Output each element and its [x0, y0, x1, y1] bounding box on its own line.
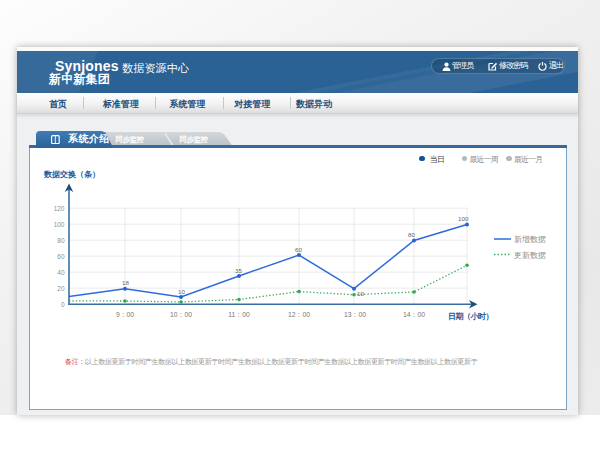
- svg-text:10：00: 10：00: [170, 311, 192, 318]
- svg-text:11：00: 11：00: [228, 311, 250, 318]
- svg-text:100: 100: [54, 221, 65, 228]
- svg-text:13：00: 13：00: [344, 311, 366, 318]
- svg-text:数据交换（条）: 数据交换（条）: [43, 170, 100, 179]
- svg-text:0: 0: [61, 301, 65, 308]
- svg-text:20: 20: [57, 285, 65, 292]
- svg-text:12：00: 12：00: [288, 311, 310, 318]
- svg-text:新增数据: 新增数据: [514, 235, 546, 244]
- svg-text:18: 18: [122, 279, 129, 286]
- svg-text:100: 100: [458, 215, 469, 222]
- svg-text:9：00: 9：00: [116, 311, 134, 318]
- svg-text:120: 120: [54, 205, 65, 212]
- svg-text:10: 10: [357, 290, 364, 297]
- svg-text:35: 35: [235, 267, 242, 274]
- svg-text:14：00: 14：00: [403, 311, 425, 318]
- svg-text:10: 10: [178, 288, 185, 295]
- svg-text:40: 40: [57, 269, 65, 276]
- svg-text:60: 60: [295, 246, 302, 253]
- svg-text:80: 80: [408, 231, 415, 238]
- svg-text:更新数据: 更新数据: [514, 251, 546, 260]
- svg-text:日期（小时）: 日期（小时）: [448, 312, 493, 321]
- svg-text:60: 60: [57, 253, 65, 260]
- svg-text:80: 80: [57, 237, 65, 244]
